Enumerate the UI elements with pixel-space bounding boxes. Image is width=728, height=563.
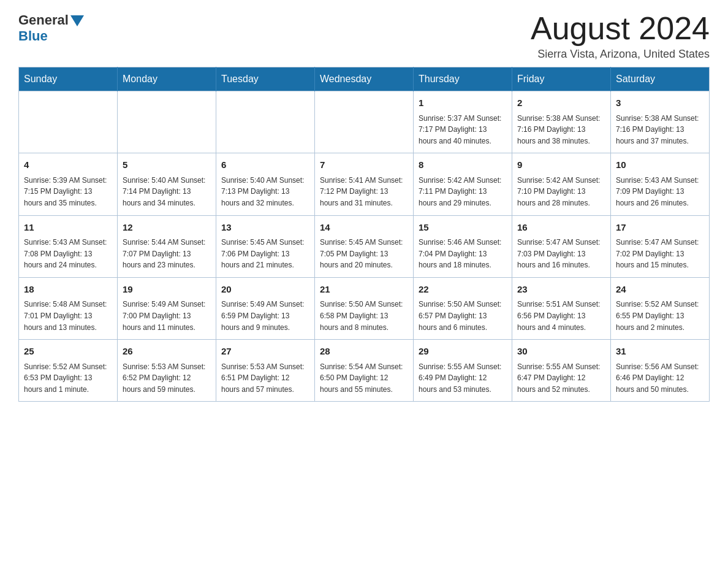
day-number: 7 — [320, 158, 408, 172]
calendar-cell: 5Sunrise: 5:40 AM Sunset: 7:14 PM Daylig… — [118, 153, 216, 215]
calendar-cell: 21Sunrise: 5:50 AM Sunset: 6:58 PM Dayli… — [315, 277, 414, 339]
day-number: 30 — [517, 345, 605, 359]
calendar-cell — [315, 91, 414, 153]
calendar-week-row: 18Sunrise: 5:48 AM Sunset: 7:01 PM Dayli… — [19, 277, 710, 339]
logo-text-general: General — [18, 12, 69, 28]
calendar-header-row: SundayMondayTuesdayWednesdayThursdayFrid… — [19, 67, 710, 91]
day-number: 2 — [517, 96, 605, 110]
calendar-cell: 29Sunrise: 5:55 AM Sunset: 6:49 PM Dayli… — [414, 340, 512, 402]
calendar-week-row: 1Sunrise: 5:37 AM Sunset: 7:17 PM Daylig… — [19, 91, 710, 153]
day-number: 22 — [419, 283, 507, 297]
day-number: 6 — [221, 158, 309, 172]
day-number: 24 — [616, 283, 704, 297]
calendar-cell — [118, 91, 216, 153]
day-info: Sunrise: 5:44 AM Sunset: 7:07 PM Dayligh… — [123, 237, 211, 271]
day-info: Sunrise: 5:54 AM Sunset: 6:50 PM Dayligh… — [320, 361, 408, 396]
day-number: 15 — [419, 221, 507, 235]
day-number: 28 — [320, 345, 408, 359]
day-info: Sunrise: 5:41 AM Sunset: 7:12 PM Dayligh… — [320, 175, 408, 209]
calendar-cell: 10Sunrise: 5:43 AM Sunset: 7:09 PM Dayli… — [611, 153, 710, 215]
day-number: 26 — [123, 345, 211, 359]
calendar-header-saturday: Saturday — [611, 67, 710, 91]
day-info: Sunrise: 5:53 AM Sunset: 6:52 PM Dayligh… — [123, 361, 211, 396]
calendar-header-tuesday: Tuesday — [216, 67, 315, 91]
day-info: Sunrise: 5:51 AM Sunset: 6:56 PM Dayligh… — [517, 299, 605, 333]
calendar-cell: 26Sunrise: 5:53 AM Sunset: 6:52 PM Dayli… — [118, 340, 216, 402]
calendar-cell: 8Sunrise: 5:42 AM Sunset: 7:11 PM Daylig… — [414, 153, 512, 215]
calendar-cell: 23Sunrise: 5:51 AM Sunset: 6:56 PM Dayli… — [512, 277, 611, 339]
day-info: Sunrise: 5:45 AM Sunset: 7:05 PM Dayligh… — [320, 237, 408, 271]
day-number: 9 — [517, 158, 605, 172]
calendar-header-friday: Friday — [512, 67, 611, 91]
day-number: 16 — [517, 221, 605, 235]
calendar-cell: 31Sunrise: 5:56 AM Sunset: 6:46 PM Dayli… — [611, 340, 710, 402]
day-info: Sunrise: 5:55 AM Sunset: 6:49 PM Dayligh… — [419, 361, 507, 396]
calendar-cell: 20Sunrise: 5:49 AM Sunset: 6:59 PM Dayli… — [216, 277, 315, 339]
day-info: Sunrise: 5:43 AM Sunset: 7:08 PM Dayligh… — [24, 237, 112, 271]
day-info: Sunrise: 5:47 AM Sunset: 7:03 PM Dayligh… — [517, 237, 605, 271]
calendar-cell: 12Sunrise: 5:44 AM Sunset: 7:07 PM Dayli… — [118, 215, 216, 277]
calendar-header-monday: Monday — [118, 67, 216, 91]
page-header: General Blue August 2024 Sierra Vista, A… — [18, 12, 710, 61]
day-info: Sunrise: 5:45 AM Sunset: 7:06 PM Dayligh… — [221, 237, 309, 271]
day-info: Sunrise: 5:38 AM Sunset: 7:16 PM Dayligh… — [616, 113, 704, 147]
day-number: 18 — [24, 283, 112, 297]
calendar-cell: 19Sunrise: 5:49 AM Sunset: 7:00 PM Dayli… — [118, 277, 216, 339]
calendar-cell: 4Sunrise: 5:39 AM Sunset: 7:15 PM Daylig… — [19, 153, 118, 215]
calendar-cell: 6Sunrise: 5:40 AM Sunset: 7:13 PM Daylig… — [216, 153, 315, 215]
day-info: Sunrise: 5:52 AM Sunset: 6:53 PM Dayligh… — [24, 361, 112, 396]
day-info: Sunrise: 5:50 AM Sunset: 6:58 PM Dayligh… — [320, 299, 408, 333]
day-info: Sunrise: 5:37 AM Sunset: 7:17 PM Dayligh… — [419, 113, 507, 147]
calendar-cell: 17Sunrise: 5:47 AM Sunset: 7:02 PM Dayli… — [611, 215, 710, 277]
day-number: 5 — [123, 158, 211, 172]
calendar-cell: 1Sunrise: 5:37 AM Sunset: 7:17 PM Daylig… — [414, 91, 512, 153]
calendar-cell: 2Sunrise: 5:38 AM Sunset: 7:16 PM Daylig… — [512, 91, 611, 153]
day-number: 13 — [221, 221, 309, 235]
calendar-header-wednesday: Wednesday — [315, 67, 414, 91]
calendar-cell: 16Sunrise: 5:47 AM Sunset: 7:03 PM Dayli… — [512, 215, 611, 277]
calendar-header-sunday: Sunday — [19, 67, 118, 91]
day-info: Sunrise: 5:39 AM Sunset: 7:15 PM Dayligh… — [24, 175, 112, 209]
calendar-cell: 15Sunrise: 5:46 AM Sunset: 7:04 PM Dayli… — [414, 215, 512, 277]
location-title: Sierra Vista, Arizona, United States — [531, 48, 710, 61]
day-info: Sunrise: 5:53 AM Sunset: 6:51 PM Dayligh… — [221, 361, 309, 396]
calendar-cell: 25Sunrise: 5:52 AM Sunset: 6:53 PM Dayli… — [19, 340, 118, 402]
calendar-cell: 11Sunrise: 5:43 AM Sunset: 7:08 PM Dayli… — [19, 215, 118, 277]
month-title: August 2024 — [531, 12, 710, 44]
calendar-cell: 30Sunrise: 5:55 AM Sunset: 6:47 PM Dayli… — [512, 340, 611, 402]
logo-text-blue: Blue — [18, 28, 48, 44]
calendar-week-row: 11Sunrise: 5:43 AM Sunset: 7:08 PM Dayli… — [19, 215, 710, 277]
day-number: 19 — [123, 283, 211, 297]
day-number: 1 — [419, 96, 507, 110]
calendar-cell: 18Sunrise: 5:48 AM Sunset: 7:01 PM Dayli… — [19, 277, 118, 339]
calendar-cell: 27Sunrise: 5:53 AM Sunset: 6:51 PM Dayli… — [216, 340, 315, 402]
day-info: Sunrise: 5:40 AM Sunset: 7:14 PM Dayligh… — [123, 175, 211, 209]
day-info: Sunrise: 5:47 AM Sunset: 7:02 PM Dayligh… — [616, 237, 704, 271]
day-info: Sunrise: 5:52 AM Sunset: 6:55 PM Dayligh… — [616, 299, 704, 333]
day-number: 10 — [616, 158, 704, 172]
day-number: 8 — [419, 158, 507, 172]
day-number: 12 — [123, 221, 211, 235]
calendar-cell: 9Sunrise: 5:42 AM Sunset: 7:10 PM Daylig… — [512, 153, 611, 215]
day-info: Sunrise: 5:42 AM Sunset: 7:11 PM Dayligh… — [419, 175, 507, 209]
day-info: Sunrise: 5:56 AM Sunset: 6:46 PM Dayligh… — [616, 361, 704, 396]
calendar-cell: 14Sunrise: 5:45 AM Sunset: 7:05 PM Dayli… — [315, 215, 414, 277]
day-number: 25 — [24, 345, 112, 359]
calendar-cell: 24Sunrise: 5:52 AM Sunset: 6:55 PM Dayli… — [611, 277, 710, 339]
day-number: 31 — [616, 345, 704, 359]
day-info: Sunrise: 5:49 AM Sunset: 7:00 PM Dayligh… — [123, 299, 211, 333]
day-info: Sunrise: 5:38 AM Sunset: 7:16 PM Dayligh… — [517, 113, 605, 147]
day-number: 29 — [419, 345, 507, 359]
day-number: 21 — [320, 283, 408, 297]
calendar-cell: 22Sunrise: 5:50 AM Sunset: 6:57 PM Dayli… — [414, 277, 512, 339]
day-info: Sunrise: 5:40 AM Sunset: 7:13 PM Dayligh… — [221, 175, 309, 209]
day-number: 23 — [517, 283, 605, 297]
day-number: 3 — [616, 96, 704, 110]
day-number: 20 — [221, 283, 309, 297]
logo-triangle-icon — [70, 15, 84, 26]
calendar-week-row: 25Sunrise: 5:52 AM Sunset: 6:53 PM Dayli… — [19, 340, 710, 402]
title-block: August 2024 Sierra Vista, Arizona, Unite… — [531, 12, 710, 61]
calendar-cell — [19, 91, 118, 153]
calendar-cell: 13Sunrise: 5:45 AM Sunset: 7:06 PM Dayli… — [216, 215, 315, 277]
calendar-table: SundayMondayTuesdayWednesdayThursdayFrid… — [18, 67, 710, 402]
